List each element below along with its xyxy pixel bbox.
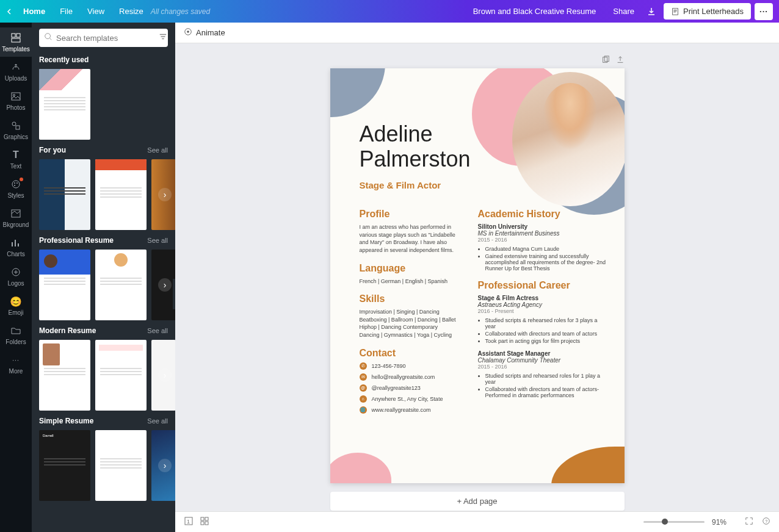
rail-background[interactable]: Bkground	[0, 203, 32, 232]
section-language[interactable]: Language	[360, 263, 463, 274]
section-title: Recently used	[39, 56, 89, 64]
svg-point-9	[14, 182, 15, 184]
next-arrow-icon[interactable]: ›	[158, 459, 172, 472]
notes-icon[interactable]: 1	[184, 516, 194, 528]
template-thumb[interactable]	[95, 250, 147, 320]
print-button[interactable]: Print Letterheads	[664, 3, 751, 20]
see-all-link[interactable]: See all	[147, 237, 168, 244]
background-icon	[10, 207, 22, 220]
section-profile[interactable]: Profile	[360, 209, 463, 220]
templates-icon	[10, 32, 22, 44]
rail-emoji[interactable]: 😊Emoji	[0, 291, 32, 320]
uni-dates[interactable]: 2015 - 2016	[478, 237, 606, 243]
template-thumb[interactable]	[39, 340, 90, 411]
globe-icon: 🌐	[360, 406, 367, 414]
university[interactable]: Siliton University	[478, 223, 606, 230]
degree[interactable]: MS in Entertainment Business	[478, 230, 606, 237]
template-thumb[interactable]	[39, 250, 90, 320]
rail-charts[interactable]: Charts	[0, 232, 32, 262]
section-academic[interactable]: Academic History	[478, 209, 606, 220]
skills-text[interactable]: Improvisation | Singing | Dancing Beatbo…	[360, 308, 463, 339]
location-icon: ⌂	[360, 395, 367, 403]
animate-button[interactable]: Animate	[196, 28, 225, 37]
svg-point-14	[45, 34, 51, 39]
text-icon: T	[10, 149, 22, 161]
uni-bullets[interactable]: Graduated Magna Cum Laude Gained extensi…	[478, 246, 606, 271]
section-skills[interactable]: Skills	[360, 293, 463, 304]
next-arrow-icon[interactable]: ›	[158, 368, 172, 382]
template-thumb[interactable]	[39, 159, 90, 230]
next-arrow-icon[interactable]: ›	[158, 188, 172, 201]
job1-title[interactable]: Stage & Film Actress	[478, 295, 606, 301]
section-contact[interactable]: Contact	[360, 348, 463, 359]
search-input[interactable]	[56, 34, 159, 43]
contact-email[interactable]: ✉hello@reallygreatsite.com	[360, 373, 463, 381]
svg-point-5	[13, 95, 15, 96]
next-arrow-icon[interactable]: ›	[158, 278, 172, 292]
job1-company[interactable]: Astraeus Acting Agency	[478, 301, 606, 308]
contact-phone[interactable]: ✆123-456-7890	[360, 362, 463, 370]
job2-bullets[interactable]: Studied scripts and rehearsed roles for …	[478, 373, 606, 398]
svg-rect-1	[12, 34, 15, 37]
see-all-link[interactable]: See all	[147, 417, 168, 425]
fullscreen-icon[interactable]	[745, 517, 753, 527]
rail-text[interactable]: TText	[0, 145, 32, 174]
emoji-icon: 😊	[10, 295, 22, 307]
search-icon	[44, 32, 53, 43]
template-thumb[interactable]	[95, 159, 147, 230]
rail-photos[interactable]: Photos	[0, 86, 32, 115]
contact-handle[interactable]: @@reallygreatsite123	[360, 384, 463, 392]
job1-bullets[interactable]: Studied scripts & rehearsed roles for 3 …	[478, 317, 606, 344]
rail-more[interactable]: ···More	[0, 350, 32, 379]
job2-dates[interactable]: 2015 - 2016	[478, 364, 606, 370]
svg-rect-24	[205, 522, 208, 525]
rail-folders[interactable]: Folders	[0, 320, 32, 350]
rail-graphics[interactable]: Graphics	[0, 115, 32, 145]
share-button[interactable]: Share	[604, 7, 643, 16]
contact-address[interactable]: ⌂Anywhere St., Any City, State	[360, 395, 463, 403]
language-text[interactable]: French | German | English | Spanish	[360, 278, 463, 286]
add-page-button[interactable]: + Add page	[330, 492, 625, 511]
template-thumb[interactable]	[95, 430, 147, 501]
grid-view-icon[interactable]	[200, 516, 209, 528]
more-button[interactable]: ···	[755, 3, 773, 20]
resume-role[interactable]: Stage & Film Actor	[360, 180, 606, 190]
editor-toolbar: Animate	[175, 23, 779, 43]
profile-text[interactable]: I am an actress who has performed in var…	[360, 223, 463, 254]
template-thumb[interactable]	[39, 69, 90, 140]
job2-company[interactable]: Chalamay Community Theater	[478, 357, 606, 364]
help-icon[interactable]: ?	[762, 517, 770, 527]
section-title: For you	[39, 146, 66, 154]
canvas-scroll[interactable]: AdelinePalmerston Stage & Film Actor Pro…	[175, 43, 779, 511]
export-page-icon[interactable]	[616, 56, 625, 66]
resume-name[interactable]: AdelinePalmerston	[360, 122, 606, 171]
see-all-link[interactable]: See all	[147, 327, 168, 334]
section-recent: Recently used	[39, 56, 168, 64]
search-box[interactable]	[39, 29, 168, 47]
menu-resize[interactable]: Resize	[112, 7, 151, 16]
section-career[interactable]: Professional Career	[478, 280, 606, 291]
rail-styles[interactable]: Styles	[0, 174, 32, 203]
back-icon[interactable]	[6, 9, 16, 15]
job1-dates[interactable]: 2016 - Present	[478, 308, 606, 314]
rail-logos[interactable]: Logos	[0, 262, 32, 291]
job2-title[interactable]: Assistant Stage Manager	[478, 350, 606, 357]
menu-view[interactable]: View	[80, 7, 112, 16]
menu-home[interactable]: Home	[16, 7, 53, 16]
page-tools	[330, 56, 625, 66]
document-name[interactable]: Brown and Black Creative Resume	[465, 7, 605, 16]
rail-templates[interactable]: Templates	[0, 27, 32, 57]
section-title: Professional Resume	[39, 236, 114, 245]
template-thumb[interactable]: Darrell	[39, 430, 90, 501]
contact-website[interactable]: 🌐www.reallygreatsite.com	[360, 406, 463, 414]
canvas-page[interactable]: AdelinePalmerston Stage & Film Actor Pro…	[330, 68, 625, 483]
zoom-value[interactable]: 91%	[712, 518, 726, 527]
download-icon[interactable]	[643, 7, 660, 16]
template-thumb[interactable]	[95, 340, 147, 411]
filter-icon[interactable]	[159, 32, 167, 43]
rail-uploads[interactable]: Uploads	[0, 57, 32, 86]
see-all-link[interactable]: See all	[147, 146, 168, 154]
menu-file[interactable]: File	[53, 7, 80, 16]
zoom-slider[interactable]	[643, 521, 705, 523]
duplicate-page-icon[interactable]	[601, 56, 610, 66]
